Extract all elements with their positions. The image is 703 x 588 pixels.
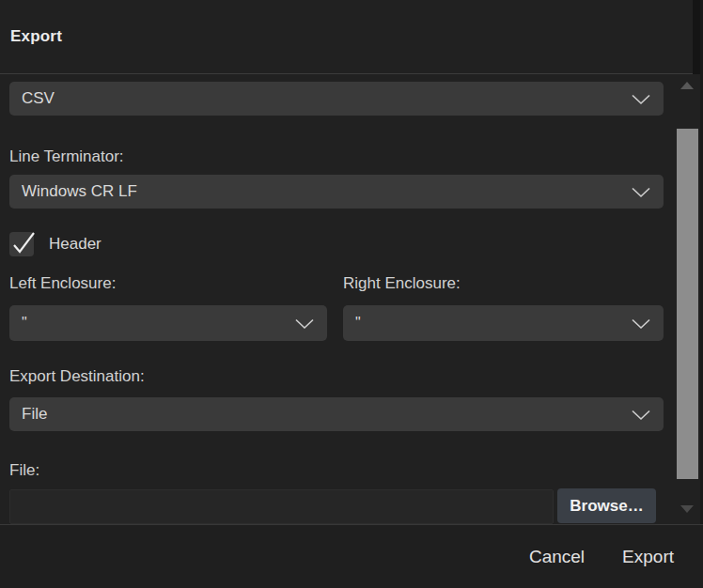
chevron-down-icon — [631, 93, 651, 104]
left-enclosure-select[interactable]: " — [9, 305, 327, 341]
right-enclosure-value: " — [355, 315, 361, 332]
line-terminator-select[interactable]: Windows CR LF — [9, 175, 664, 209]
line-terminator-value: Windows CR LF — [22, 182, 137, 201]
export-button[interactable]: Export — [622, 547, 674, 567]
check-icon — [10, 232, 37, 256]
left-enclosure-label: Left Enclosure: — [9, 273, 116, 293]
format-select[interactable]: CSV — [9, 82, 664, 116]
dialog-footer: Cancel Export — [0, 524, 703, 588]
browse-button[interactable]: Browse… — [557, 488, 656, 523]
file-label: File: — [9, 460, 39, 480]
file-path-input[interactable] — [9, 489, 554, 524]
right-enclosure-select[interactable]: " — [343, 305, 664, 341]
header-checkbox-label[interactable]: Header — [49, 235, 102, 254]
export-destination-value: File — [22, 405, 47, 424]
chevron-down-icon — [631, 317, 651, 329]
export-destination-label: Export Destination: — [9, 366, 145, 386]
dialog-header: Export — [0, 0, 703, 74]
chevron-down-icon — [631, 186, 651, 197]
scrollbar-thumb[interactable] — [677, 129, 698, 479]
right-enclosure-label: Right Enclosure: — [343, 273, 461, 293]
scroll-up-icon[interactable] — [680, 82, 694, 89]
export-destination-select[interactable]: File — [9, 397, 664, 431]
chevron-down-icon — [294, 317, 315, 329]
cancel-button[interactable]: Cancel — [529, 547, 585, 567]
dialog-title: Export — [10, 27, 62, 46]
chevron-down-icon — [631, 409, 651, 420]
scroll-down-icon[interactable] — [680, 505, 694, 513]
format-select-value: CSV — [22, 89, 55, 108]
header-checkbox[interactable] — [9, 232, 34, 256]
left-enclosure-value: " — [22, 315, 27, 332]
line-terminator-label: Line Terminator: — [9, 147, 124, 166]
